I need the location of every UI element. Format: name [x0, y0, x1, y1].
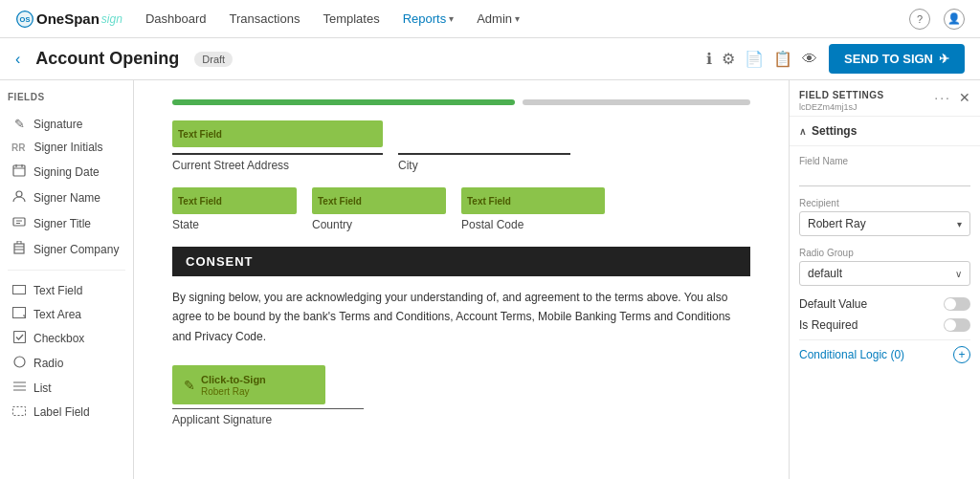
sidebar-item-list[interactable]: List — [8, 376, 125, 400]
add-conditional-logic-icon[interactable]: + — [953, 346, 970, 363]
radio-group-label: Radio Group — [799, 248, 970, 258]
preview-icon[interactable]: 👁 — [802, 51, 817, 68]
draft-badge: Draft — [194, 52, 233, 67]
logo-icon: OS — [15, 10, 34, 29]
sidebar-divider — [8, 270, 125, 271]
nav-templates[interactable]: Templates — [323, 11, 379, 26]
state-field: Text Field State — [172, 187, 297, 231]
address-row: Text Field Current Street Address City — [172, 120, 750, 172]
radio-group-select[interactable]: default ∨ — [799, 261, 970, 286]
share-icon[interactable]: 📋 — [773, 50, 792, 68]
svg-rect-23 — [13, 407, 26, 416]
back-button[interactable]: ‹ — [15, 51, 20, 68]
settings-chevron-icon: ∧ — [799, 126, 806, 137]
main-content: Text Field Current Street Address City T… — [134, 80, 789, 479]
document-icon[interactable]: 📄 — [745, 50, 764, 68]
nav-transactions[interactable]: Transactions — [229, 11, 300, 26]
reports-chevron-icon: ▾ — [449, 13, 454, 24]
panel-title: FIELD SETTINGS — [799, 90, 884, 100]
state-input[interactable]: Text Field — [172, 187, 297, 214]
radio-group-chevron-icon: ∨ — [955, 269, 962, 279]
is-required-label: Is Required — [799, 318, 858, 332]
sidebar-item-signer-company[interactable]: Signer Company — [8, 236, 125, 262]
nav-icons: ? 👤 — [909, 9, 965, 30]
calendar-icon — [11, 163, 27, 180]
building-icon — [11, 241, 27, 257]
country-field: Text Field Country — [312, 187, 446, 231]
signature-area: ✎ Click-to-Sign Robert Ray Applicant Sig… — [172, 365, 750, 426]
panel-more-icon[interactable]: ··· — [934, 90, 951, 105]
sidebar-item-text-field[interactable]: Text Field — [8, 278, 125, 302]
recipient-chevron-icon: ▾ — [957, 219, 962, 229]
field-settings-panel: FIELD SETTINGS lcDEZm4mj1sJ ··· ✕ ∧ Sett… — [789, 80, 980, 479]
recipient-select[interactable]: Robert Ray ▾ — [799, 211, 970, 236]
city-label: City — [398, 159, 570, 172]
sidebar-section-title: FIELDS — [8, 92, 125, 102]
nav-reports[interactable]: Reports ▾ — [403, 11, 455, 26]
recipient-label: Recipient — [799, 198, 970, 208]
field-name-label: Field Name — [799, 156, 970, 166]
panel-body: Field Name Recipient Robert Ray ▾ Radio … — [790, 146, 980, 379]
street-address-label: Current Street Address — [172, 159, 383, 172]
sidebar-item-radio[interactable]: Radio — [8, 351, 125, 376]
sidebar-item-signature[interactable]: ✎ Signature — [8, 112, 125, 136]
country-label: Country — [312, 218, 446, 231]
checkbox-icon — [11, 331, 27, 346]
applicant-signature-label: Applicant Signature — [172, 413, 750, 426]
default-value-label: Default Value — [799, 297, 867, 311]
signature-box[interactable]: ✎ Click-to-Sign Robert Ray — [172, 365, 325, 404]
signature-line — [172, 408, 364, 409]
sidebar-item-label-field[interactable]: Label Field — [8, 400, 125, 424]
logo: OS OneSpan sign — [15, 10, 122, 29]
left-sidebar: FIELDS ✎ Signature RR Signer Initials Si… — [0, 80, 134, 479]
country-input[interactable]: Text Field — [312, 187, 446, 214]
settings-icon[interactable]: ⚙ — [722, 50, 735, 68]
consent-header: CONSENT — [172, 247, 750, 276]
progress-area — [172, 99, 750, 105]
sidebar-item-signer-title[interactable]: Signer Title — [8, 210, 125, 236]
conditional-logic-row[interactable]: Conditional Logic (0) + — [799, 339, 970, 369]
signer-name-in-sig: Robert Ray — [201, 386, 266, 397]
settings-section[interactable]: ∧ Settings — [790, 117, 980, 146]
info-icon[interactable]: ℹ — [706, 50, 712, 68]
nav-dashboard[interactable]: Dashboard — [145, 11, 207, 26]
sub-header-icons: ℹ ⚙ 📄 📋 👁 — [706, 50, 817, 68]
conditional-logic-label: Conditional Logic (0) — [799, 348, 904, 361]
svg-rect-2 — [13, 165, 25, 176]
field-name-value[interactable] — [799, 169, 970, 186]
user-icon[interactable]: 👤 — [944, 9, 965, 30]
sidebar-item-text-area[interactable]: Text Area — [8, 302, 125, 326]
postal-code-field: Text Field Postal Code — [461, 187, 605, 231]
city-field: City — [398, 147, 570, 172]
nav-admin[interactable]: Admin ▾ — [477, 11, 520, 26]
document-area: Text Field Current Street Address City T… — [134, 80, 789, 479]
send-to-sign-button[interactable]: SEND TO SIGN ✈ — [829, 44, 965, 74]
text-field-label-3: Text Field — [318, 196, 362, 207]
sub-header: ‹ Account Opening Draft ℹ ⚙ 📄 📋 👁 SEND T… — [0, 38, 980, 80]
text-field-label-2: Text Field — [178, 196, 222, 207]
sidebar-item-signing-date[interactable]: Signing Date — [8, 159, 125, 185]
label-field-icon — [11, 404, 27, 419]
id-icon — [11, 215, 27, 231]
postal-code-input[interactable]: Text Field — [461, 187, 605, 214]
progress-bar-1 — [172, 99, 515, 105]
page-title: Account Opening — [35, 49, 179, 69]
svg-rect-10 — [14, 244, 24, 253]
signature-icon: ✎ — [11, 117, 27, 131]
list-icon — [11, 381, 27, 395]
street-address-input[interactable]: Text Field — [172, 120, 383, 147]
recipient-group: Recipient Robert Ray ▾ — [799, 198, 970, 236]
sidebar-item-checkbox[interactable]: Checkbox — [8, 326, 125, 351]
help-icon[interactable]: ? — [909, 9, 930, 30]
default-value-toggle[interactable] — [944, 297, 970, 311]
main-layout: FIELDS ✎ Signature RR Signer Initials Si… — [0, 80, 980, 479]
is-required-row: Is Required — [799, 318, 970, 332]
progress-bar-2 — [523, 99, 750, 105]
is-required-toggle[interactable] — [944, 318, 970, 332]
field-name-group: Field Name — [799, 156, 970, 186]
sidebar-item-signer-initials[interactable]: RR Signer Initials — [8, 136, 125, 159]
state-label: State — [172, 218, 297, 231]
sidebar-item-signer-name[interactable]: Signer Name — [8, 185, 125, 210]
panel-close-button[interactable]: ✕ — [959, 91, 970, 104]
radio-group-value: default — [808, 267, 842, 280]
